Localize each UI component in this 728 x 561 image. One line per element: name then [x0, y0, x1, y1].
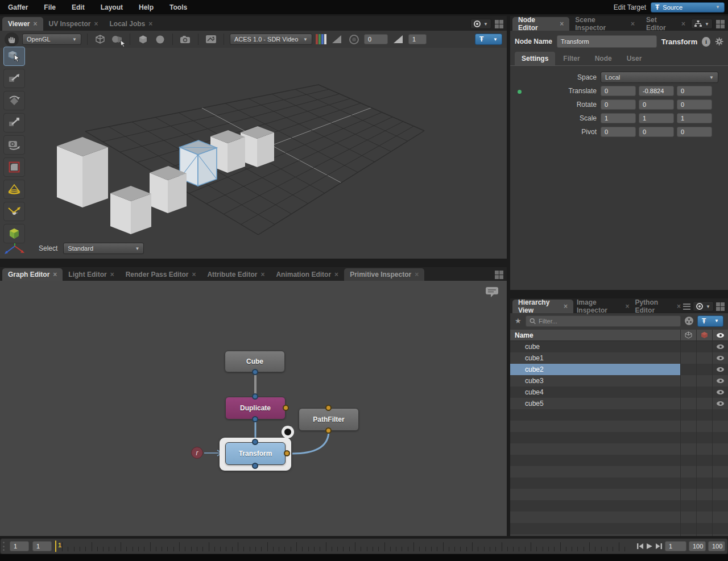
wireframe-cube-icon[interactable]: [93, 32, 107, 46]
select-mode-dropdown[interactable]: Standard ▼: [63, 243, 144, 254]
close-icon[interactable]: ×: [334, 271, 338, 279]
hierarchy-pin-dropdown[interactable]: Ŧ ▼: [697, 315, 723, 327]
row-visibility-cell[interactable]: [712, 352, 728, 364]
hierarchy-row-cube[interactable]: cube: [510, 341, 728, 352]
port-duplicate-out[interactable]: [252, 416, 258, 422]
translate-tool-button[interactable]: [3, 69, 25, 88]
rotate-tool-button[interactable]: [3, 91, 25, 110]
row-inclusion-cell[interactable]: [680, 398, 696, 409]
port-duplicate-filter[interactable]: [283, 405, 289, 411]
layout-grid-icon[interactable]: [716, 302, 725, 311]
tab-image-inspector[interactable]: Image Inspector×: [573, 300, 632, 313]
row-visibility-cell[interactable]: [712, 364, 728, 375]
tab-animation-editor[interactable]: Animation Editor×: [270, 268, 344, 281]
close-icon[interactable]: ×: [192, 271, 196, 279]
row-exclusion-cell[interactable]: [696, 364, 712, 375]
subtab-user[interactable]: User: [620, 52, 649, 65]
layout-grid-icon[interactable]: [495, 20, 503, 28]
gamma-triangle-icon[interactable]: [391, 32, 405, 46]
row-visibility-cell[interactable]: [712, 341, 728, 352]
port-duplicate-in[interactable]: [252, 393, 258, 400]
scale-x-field[interactable]: 1: [601, 113, 636, 123]
menu-icon[interactable]: [683, 304, 690, 310]
space-dropdown[interactable]: Local ▼: [601, 72, 718, 83]
pivot-z-field[interactable]: 0: [677, 127, 712, 137]
edit-target-dropdown[interactable]: Ŧ Source ▼: [651, 2, 725, 13]
row-exclusion-cell[interactable]: [696, 387, 712, 398]
tab-primitive-inspector[interactable]: Primitive Inspector×: [344, 268, 424, 281]
row-exclusion-cell[interactable]: [696, 352, 712, 364]
drag-handle[interactable]: [3, 542, 6, 551]
hierarchy-row-cube4[interactable]: cube4: [510, 387, 728, 398]
skip-to-end-button[interactable]: [655, 543, 663, 550]
exposure-field[interactable]: 0: [364, 34, 388, 44]
pivot-x-field[interactable]: 0: [601, 127, 636, 137]
row-exclusion-cell[interactable]: [696, 398, 712, 409]
layout-grid-icon[interactable]: [716, 20, 725, 28]
menu-file[interactable]: File: [36, 3, 64, 11]
scale-z-field[interactable]: 1: [677, 113, 712, 123]
menu-help[interactable]: Help: [131, 3, 162, 11]
port-transform-filter[interactable]: [284, 450, 290, 456]
row-inclusion-cell[interactable]: [680, 387, 696, 398]
current-frame-field[interactable]: 1: [10, 541, 29, 551]
row-exclusion-cell[interactable]: [696, 341, 712, 352]
close-icon[interactable]: ×: [53, 271, 57, 279]
star-icon[interactable]: ★: [515, 317, 522, 325]
exposure-triangle-icon[interactable]: [330, 32, 344, 46]
tab-render-pass-editor[interactable]: Render Pass Editor×: [120, 268, 202, 281]
subtab-node[interactable]: Node: [588, 52, 619, 65]
close-icon[interactable]: ×: [415, 271, 419, 279]
layout-grid-icon[interactable]: [495, 271, 503, 279]
node-editor-follow-menu[interactable]: ▼: [691, 19, 713, 29]
filter-settings-icon[interactable]: [685, 317, 693, 325]
shaded-preview-icon[interactable]: [110, 32, 124, 46]
crop-window-tool-button[interactable]: [3, 157, 25, 177]
sphere-icon[interactable]: [153, 32, 167, 46]
close-icon[interactable]: ×: [625, 302, 629, 310]
pan-hand-icon[interactable]: [5, 32, 19, 47]
tab-set-editor[interactable]: Set Editor×: [640, 17, 691, 31]
start-frame-field[interactable]: 1: [665, 541, 686, 551]
subtab-settings[interactable]: Settings: [515, 52, 555, 65]
hierarchy-target-menu[interactable]: ▼: [693, 301, 714, 311]
menu-layout[interactable]: Layout: [93, 3, 131, 11]
port-pathfilter-in[interactable]: [325, 405, 332, 411]
aperture-icon[interactable]: [347, 32, 361, 46]
camera-icon[interactable]: [179, 32, 192, 46]
hierarchy-row-cube5[interactable]: cube5: [510, 398, 728, 409]
focus-ring-icon[interactable]: [284, 429, 291, 435]
filter-input[interactable]: [539, 318, 677, 325]
playhead[interactable]: [55, 541, 56, 552]
menu-tools[interactable]: Tools: [162, 3, 195, 11]
name-column-header[interactable]: Name: [510, 331, 680, 339]
row-inclusion-cell[interactable]: [680, 341, 696, 352]
frame-ruler[interactable]: 1: [55, 539, 633, 554]
display-transform-dropdown[interactable]: ACES 1.0 - SDR Video ▼: [230, 34, 312, 45]
close-icon[interactable]: ×: [260, 271, 264, 279]
filter-search-box[interactable]: [526, 315, 681, 327]
hierarchy-row-cube3[interactable]: cube3: [510, 375, 728, 387]
row-exclusion-cell[interactable]: [696, 375, 712, 387]
tab-scene-inspector[interactable]: Scene Inspector×: [569, 17, 640, 31]
menu-gaffer[interactable]: Gaffer: [0, 3, 36, 11]
row-visibility-cell[interactable]: [712, 398, 728, 409]
translate-z-field[interactable]: 0: [677, 86, 712, 96]
frame-increment-field[interactable]: 1: [32, 541, 52, 551]
scene-view-tool-button[interactable]: [3, 224, 25, 243]
port-transform-in[interactable]: [252, 439, 258, 445]
port-cube-out[interactable]: [252, 369, 258, 375]
close-icon[interactable]: ×: [677, 302, 681, 310]
viewer-pin-dropdown[interactable]: Ŧ ▼: [475, 34, 502, 45]
end-frame-field[interactable]: 100: [689, 541, 706, 551]
close-icon[interactable]: ×: [148, 20, 152, 28]
tab-node-editor[interactable]: Node Editor×: [512, 17, 569, 31]
close-icon[interactable]: ×: [631, 20, 635, 28]
viewer-target-menu[interactable]: ▼: [470, 19, 491, 29]
scale-y-field[interactable]: 1: [639, 113, 674, 123]
hierarchy-row-cube2-selected[interactable]: cube2: [510, 364, 728, 375]
port-transform-out[interactable]: [252, 463, 258, 469]
light-position-tool-button[interactable]: [3, 202, 25, 221]
channel-bars-icon[interactable]: [316, 34, 326, 44]
node-transform[interactable]: Transform: [225, 442, 286, 465]
